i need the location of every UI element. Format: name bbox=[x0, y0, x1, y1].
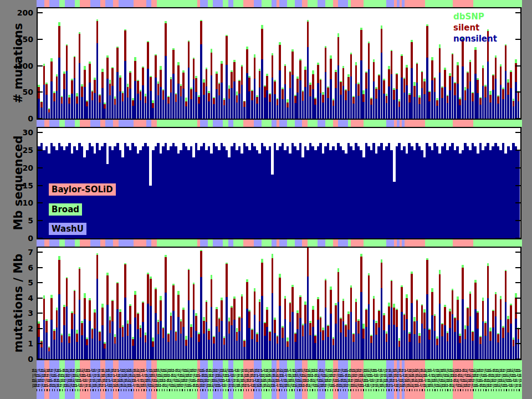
bar bbox=[238, 80, 241, 119]
bar-segment bbox=[337, 37, 340, 65]
bar-segment bbox=[477, 80, 479, 93]
bar bbox=[279, 42, 281, 119]
bar-segment bbox=[472, 101, 474, 119]
bar-segment bbox=[299, 80, 301, 119]
bar-segment bbox=[391, 308, 393, 359]
bar bbox=[492, 74, 494, 119]
bar-segment bbox=[302, 336, 304, 359]
bar-segment bbox=[193, 310, 195, 359]
bar bbox=[406, 65, 408, 119]
bar-segment bbox=[266, 76, 268, 91]
bar-segment bbox=[96, 21, 99, 43]
legend-item-baylor-solid: Baylor-SOLiD bbox=[49, 183, 116, 196]
bar bbox=[180, 319, 182, 359]
bar-segment bbox=[413, 97, 416, 119]
bar-segment bbox=[241, 296, 243, 318]
bar-segment bbox=[190, 99, 192, 119]
bar bbox=[198, 95, 200, 119]
bar-segment bbox=[269, 332, 271, 341]
bar bbox=[340, 318, 342, 359]
bar-segment bbox=[513, 106, 515, 119]
bar-segment bbox=[484, 98, 487, 119]
bar-segment bbox=[43, 320, 45, 359]
y-tick-label: 200 bbox=[12, 8, 33, 17]
bar-segment bbox=[246, 309, 248, 359]
bar-segment bbox=[150, 91, 152, 119]
bar-segment bbox=[330, 314, 332, 359]
bar bbox=[165, 255, 167, 359]
bar-segment bbox=[330, 59, 332, 79]
bar-segment bbox=[362, 339, 365, 359]
bar-segment bbox=[332, 106, 335, 119]
bar-segment bbox=[327, 337, 329, 359]
bar-segment bbox=[277, 336, 279, 344]
y-tick bbox=[515, 39, 520, 40]
bar-segment bbox=[104, 109, 106, 119]
bar-segment bbox=[421, 305, 423, 324]
bar bbox=[459, 98, 461, 119]
bar bbox=[322, 328, 324, 359]
bar-segment bbox=[140, 91, 142, 100]
bar bbox=[302, 90, 304, 119]
bar-segment bbox=[375, 99, 377, 119]
bar-segment bbox=[180, 86, 182, 96]
bar-segment bbox=[109, 316, 111, 320]
sample-slot bbox=[517, 128, 520, 238]
bar-segment bbox=[272, 258, 274, 293]
bar bbox=[155, 54, 157, 119]
bar bbox=[386, 331, 388, 359]
bar bbox=[447, 331, 449, 359]
bar bbox=[457, 62, 459, 119]
bar bbox=[447, 95, 449, 119]
bar-segment bbox=[434, 78, 436, 92]
bar-segment bbox=[251, 91, 253, 100]
bar bbox=[360, 254, 362, 359]
bar-segment bbox=[413, 321, 416, 334]
bar-segment bbox=[157, 84, 160, 95]
bar-segment bbox=[489, 328, 492, 332]
bar bbox=[114, 96, 116, 119]
bar-segment bbox=[76, 104, 78, 119]
bar-segment bbox=[218, 84, 221, 95]
bar bbox=[335, 303, 337, 359]
bar bbox=[330, 55, 332, 119]
bar bbox=[170, 313, 172, 359]
bar bbox=[497, 333, 499, 359]
bar-segment bbox=[289, 322, 291, 359]
bar-segment bbox=[272, 55, 274, 77]
bar-segment bbox=[340, 95, 342, 119]
bar-segment bbox=[221, 321, 223, 359]
bar-segment bbox=[515, 319, 517, 359]
bar-segment bbox=[513, 340, 515, 346]
bar-segment bbox=[238, 331, 241, 359]
bar-segment bbox=[145, 335, 147, 342]
bar-segment bbox=[307, 277, 309, 359]
bar bbox=[289, 302, 291, 359]
bar-segment bbox=[408, 103, 411, 119]
bar-segment bbox=[464, 339, 467, 359]
bar-segment bbox=[162, 338, 165, 359]
y-tick bbox=[38, 343, 43, 344]
bar-segment bbox=[477, 329, 479, 359]
bar bbox=[74, 56, 76, 119]
bar-segment bbox=[132, 339, 134, 345]
bar-segment bbox=[393, 308, 395, 325]
bar bbox=[502, 326, 504, 359]
bar-segment bbox=[142, 303, 144, 322]
bar bbox=[48, 108, 50, 119]
bar-segment bbox=[256, 104, 258, 119]
bar-segment bbox=[391, 281, 393, 308]
bar-segment bbox=[269, 341, 271, 359]
bar-segment bbox=[454, 95, 456, 119]
bar-segment bbox=[218, 332, 221, 359]
bar-segment bbox=[332, 339, 335, 345]
bar bbox=[251, 90, 253, 119]
bar-segment bbox=[165, 257, 167, 292]
bar-segment bbox=[507, 332, 509, 359]
bar bbox=[421, 71, 423, 119]
bar bbox=[378, 74, 380, 119]
bar-segment bbox=[134, 318, 136, 359]
bar bbox=[474, 280, 477, 359]
bar bbox=[393, 304, 395, 359]
bar-segment bbox=[43, 66, 45, 84]
